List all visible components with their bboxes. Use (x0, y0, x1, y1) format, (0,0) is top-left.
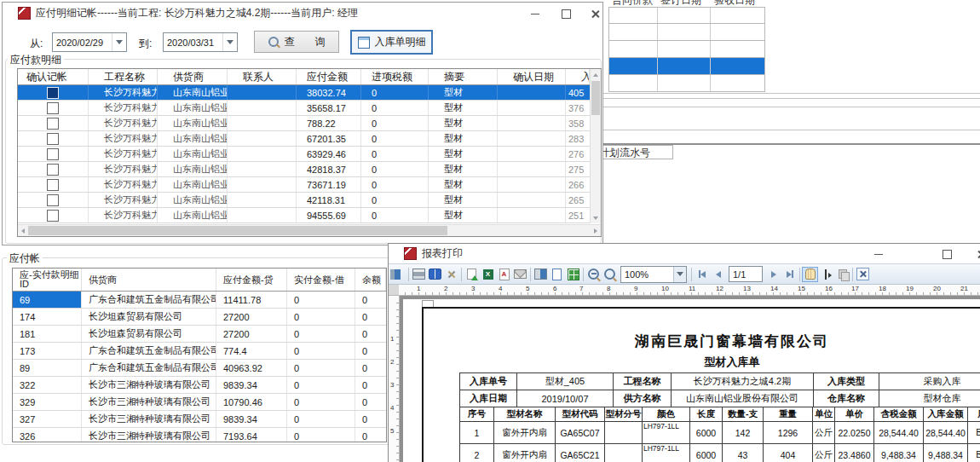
column-header[interactable]: 实付金额-借 (287, 269, 355, 291)
table-row[interactable] (608, 7, 765, 24)
zoom-level-select[interactable]: 100% (620, 266, 687, 283)
column-header[interactable]: 供货商 (158, 69, 228, 84)
scrollbar-thumb[interactable] (591, 81, 600, 115)
table-row[interactable]: 长沙万科魅力... 山东南山铝业... 94555.69 0 型材 251 (18, 208, 601, 223)
vertical-scrollbar[interactable] (590, 69, 601, 223)
zoom-out-icon[interactable] (602, 267, 618, 282)
table-row[interactable] (608, 58, 765, 75)
supplier-cell: 长沙市三湘特种玻璃有限公司 (82, 411, 216, 427)
table-row[interactable]: 长沙万科魅力... 山东南山铝业... 38032.74 0 型材 405 (18, 85, 601, 101)
copy-icon[interactable] (834, 267, 850, 282)
column-header[interactable]: 供货商 (82, 269, 216, 291)
payable-account-grid[interactable]: 应-实付款明细ID供货商应付金额-贷实付金额-借余额 69 广东合和建筑五金制品… (12, 268, 387, 442)
single-page-icon[interactable] (549, 267, 565, 282)
column-header[interactable]: 摘要 (429, 69, 498, 84)
table-row[interactable]: 69 广东合和建筑五金制品有限公司 11411.78 0 0 (13, 292, 386, 309)
confirm-checkbox[interactable] (47, 179, 59, 191)
column-header[interactable]: 联系人 (228, 69, 297, 84)
print-settings-icon[interactable] (443, 267, 459, 282)
column-header[interactable]: 工程名称 (89, 69, 158, 84)
last-page-button[interactable] (781, 267, 798, 282)
confirm-checkbox[interactable] (47, 118, 59, 130)
page-layout-icon[interactable] (533, 267, 549, 282)
chevron-down-icon[interactable] (222, 33, 237, 51)
confirm-checkbox[interactable] (47, 194, 59, 206)
book-preview-icon[interactable] (427, 267, 443, 282)
table-row[interactable]: 327 长沙市三湘特种玻璃有限公司 9839.34 0 0 (13, 411, 386, 428)
report-view-icon[interactable] (390, 267, 406, 282)
title-bar[interactable]: 应付明细记帐------当前工程: 长沙万科魅力之城4.2期------当前用户… (3, 3, 602, 24)
chevron-down-icon[interactable] (112, 33, 126, 51)
close-button[interactable] (584, 6, 606, 21)
confirm-checkbox[interactable] (47, 148, 59, 160)
confirm-cell (18, 208, 89, 222)
table-row[interactable]: 长沙万科魅力... 山东南山铝业... 35658.17 0 型材 376 (18, 101, 601, 116)
horizontal-scrollbar[interactable] (18, 224, 601, 236)
preview-area[interactable]: 12345 湖南巨晟门窗幕墙有限公司 型材入库单 入库单号型材_405 工程名称… (389, 296, 980, 462)
table-row[interactable] (608, 75, 765, 92)
table-row[interactable]: 322 长沙市三湘特种玻璃有限公司 9839.34 0 0 (13, 377, 386, 394)
print-icon[interactable] (411, 267, 427, 282)
scroll-up-button[interactable] (591, 69, 601, 80)
page-number-input[interactable]: 1/1 (729, 266, 763, 282)
scroll-left-button[interactable] (18, 225, 28, 236)
table-row[interactable]: 长沙万科魅力... 山东南山铝业... 67201.35 0 型材 283 (18, 131, 601, 147)
minimize-button[interactable] (868, 246, 890, 262)
minimize-button[interactable] (524, 6, 546, 21)
column-header[interactable]: 应付金额 (297, 69, 361, 84)
background-contract-table[interactable]: 合同价款 签订日期 验收日期 (608, 0, 765, 92)
confirm-checkbox[interactable] (47, 210, 59, 222)
inbound-detail-button[interactable]: 入库单明细 (350, 30, 433, 55)
confirm-checkbox[interactable] (47, 102, 59, 114)
send-mail-icon[interactable] (512, 267, 528, 282)
scroll-down-button[interactable] (591, 212, 601, 223)
table-row[interactable]: 181 长沙坦森贸易有限公司 27200 0 0 (13, 326, 386, 343)
from-date-picker[interactable]: 2020/02/29 (52, 32, 127, 52)
column-header[interactable]: 进项税额 (361, 69, 429, 84)
table-row[interactable]: 174 长沙坦森贸易有限公司 27200 0 0 (13, 309, 386, 326)
column-header[interactable]: 应-实付款明细ID (13, 269, 82, 291)
scrollbar-thumb[interactable] (28, 226, 447, 235)
confirm-checkbox[interactable] (47, 164, 59, 176)
first-page-button[interactable] (694, 267, 710, 282)
table-row[interactable]: 326 长沙市三湘特种玻璃有限公司 7193.64 0 0 (13, 428, 386, 442)
table-row[interactable]: 长沙万科魅力... 山东南山铝业... 63929.46 0 型材 276 (18, 147, 601, 162)
table-row[interactable] (608, 41, 765, 58)
column-header[interactable]: 余额 (355, 269, 386, 291)
payable-detail-grid[interactable]: 确认记帐工程名称供货商联系人应付金额进项税额摘要确认日期入库 长沙万科魅力...… (17, 68, 602, 237)
column-header[interactable]: 确认记帐 (18, 69, 89, 84)
chevron-down-icon[interactable] (673, 267, 686, 282)
zoom-in-icon[interactable] (585, 267, 602, 282)
table-row[interactable]: 长沙万科魅力... 山东南山铝业... 73671.19 0 型材 266 (18, 177, 601, 193)
table-row[interactable]: 长沙万科魅力... 山东南山铝业... 42118.31 0 型材 265 (18, 193, 601, 208)
hand-tool-icon[interactable] (802, 267, 818, 282)
export-excel-icon[interactable] (480, 267, 496, 282)
confirm-checkbox[interactable] (47, 87, 59, 99)
to-date-picker[interactable]: 2020/03/31 (163, 32, 238, 52)
title-bar[interactable]: 报表打印 (389, 244, 980, 263)
text-select-tool-icon[interactable] (818, 267, 834, 282)
confirm-checkbox[interactable] (47, 133, 59, 145)
column-header[interactable]: 应付金额-贷 (216, 269, 287, 291)
export-icon[interactable] (464, 267, 480, 282)
close-preview-icon[interactable] (855, 267, 871, 282)
table-row[interactable]: 长沙万科魅力... 山东南山铝业... 42818.37 0 型材 275 (18, 162, 601, 177)
export-pdf-icon[interactable] (496, 267, 512, 282)
multi-page-icon[interactable] (565, 267, 581, 282)
table-row[interactable] (608, 24, 765, 41)
column-header[interactable]: 入库 (566, 69, 590, 84)
amount-cell: 73671.19 (297, 177, 361, 192)
table-row[interactable]: 89 广东合和建筑五金制品有限公司 40963.92 0 0 (13, 360, 386, 377)
query-button[interactable]: 查 询 (254, 31, 339, 53)
prev-page-button[interactable] (710, 267, 726, 282)
scroll-right-button[interactable] (591, 225, 601, 236)
maximize-button[interactable] (555, 6, 577, 21)
table-row[interactable]: 329 长沙市三湘特种玻璃有限公司 10790.46 0 0 (13, 394, 386, 411)
project-cell: 长沙万科魅力... (89, 162, 158, 176)
close-button[interactable] (970, 246, 980, 262)
table-row[interactable]: 长沙万科魅力... 山东南山铝业... 788.22 0 型材 358 (18, 116, 601, 131)
column-header[interactable]: 确认日期 (498, 69, 566, 84)
maximize-button[interactable] (936, 246, 958, 262)
next-page-button[interactable] (765, 267, 781, 282)
table-row[interactable]: 173 广东合和建筑五金制品有限公司 774.4 0 0 (13, 343, 386, 360)
